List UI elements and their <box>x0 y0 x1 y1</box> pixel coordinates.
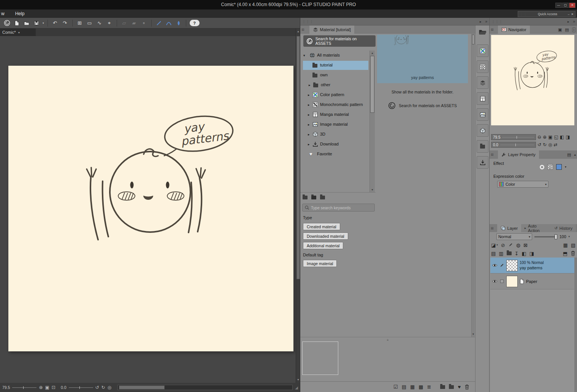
expand-arrow-icon[interactable]: ▸ <box>308 113 310 117</box>
collapse-arrow-icon[interactable]: ▾ <box>303 54 305 57</box>
dropdown-arrow-icon[interactable]: ▾ <box>496 243 498 247</box>
blending-settings-icon[interactable]: ◪ <box>491 243 496 248</box>
draft-layer-icon[interactable] <box>508 242 513 248</box>
document-tab-close-icon[interactable]: ● <box>18 31 20 34</box>
filter-image-material-button[interactable]: Image material <box>303 260 337 267</box>
filter-created-material-button[interactable]: Created material <box>303 223 340 230</box>
redo-button[interactable]: ↷ <box>61 19 69 27</box>
open-material-folder-button[interactable] <box>478 28 487 37</box>
collapse-dock-icon[interactable]: ▸ <box>567 20 569 24</box>
expand-dock-icon[interactable]: » <box>485 19 487 24</box>
menu-window-partial[interactable]: w <box>1 11 5 16</box>
new-vector-layer-button[interactable]: ▥ <box>499 251 503 256</box>
panel-grip-icon[interactable]: ⊞ <box>491 28 494 32</box>
expand-arrow-icon[interactable]: ▸ <box>308 123 310 126</box>
list-view-icon[interactable]: ▤ <box>402 384 406 389</box>
layer-visibility-eye-icon[interactable] <box>492 263 498 267</box>
fit-to-area-icon[interactable]: ◱ <box>554 135 558 139</box>
blend-mode-dropdown[interactable]: Normal ▾ <box>496 233 532 240</box>
lock-transparent-pixels-icon[interactable]: ⊠ <box>523 243 528 248</box>
scrollbar-thumb[interactable] <box>370 56 374 113</box>
tab-material-tutorial[interactable]: Material [tutorial] <box>309 25 354 34</box>
scrollbar-thumb[interactable] <box>296 36 300 279</box>
tree-item-all-materials[interactable]: ▾ All materials <box>301 51 369 60</box>
panel-grip-icon[interactable]: ⊞ <box>301 28 305 32</box>
document-tab[interactable]: Comic* ● <box>0 28 36 36</box>
save-dropdown-arrow-icon[interactable]: ▾ <box>43 22 44 25</box>
expand-arrow-icon[interactable]: ▸ <box>308 93 310 97</box>
add-folder-button[interactable] <box>311 196 316 199</box>
search-assets-button[interactable]: Search for materials on ASSETS <box>303 35 376 47</box>
download-shortcut-button[interactable] <box>477 156 488 169</box>
pen-tool-icon[interactable] <box>175 19 182 27</box>
canvas-horizontal-scrollbar[interactable] <box>117 385 293 390</box>
expand-arrow-icon[interactable]: ▸ <box>308 142 310 146</box>
straight-line-tool-icon[interactable] <box>155 19 163 27</box>
collapse-panel-icon[interactable]: ▴ <box>574 153 576 156</box>
detail-view-icon[interactable]: ≣ <box>427 384 431 389</box>
layer-name[interactable]: yay patterns <box>520 266 544 270</box>
quick-access-minimize-button[interactable]: – <box>568 13 569 16</box>
zoom-strip[interactable]: 79.5 <box>491 134 536 140</box>
tab-history[interactable]: ↺ History <box>551 224 576 232</box>
tree-item-3d[interactable]: ▸ 3D <box>301 130 369 139</box>
delete-material-icon[interactable] <box>464 384 469 390</box>
zoom-in-icon[interactable]: ⊕ <box>543 135 547 139</box>
zoom-in-icon[interactable]: ⊕ <box>39 385 43 390</box>
preview-scrollbar[interactable]: ▼ <box>471 34 475 337</box>
filter-additional-material-button[interactable]: Additional material <box>303 242 343 249</box>
scroll-up-arrow-icon[interactable]: ▲ <box>370 51 375 55</box>
reset-rotation-icon[interactable]: ◎ <box>108 385 111 390</box>
opacity-slider[interactable] <box>534 236 557 237</box>
layer-thumbnail[interactable] <box>506 260 518 271</box>
rotate-right-icon[interactable]: ↻ <box>101 385 105 390</box>
splitter-grip-icon[interactable]: ≡ <box>387 338 389 342</box>
save-button[interactable] <box>33 19 40 27</box>
downloaded-material-shortcut-button[interactable] <box>477 140 488 153</box>
panel-menu-icon[interactable]: ▤ <box>565 27 569 32</box>
search-input[interactable] <box>311 205 373 210</box>
edit-target-checkbox[interactable] <box>500 280 504 283</box>
tab-auto-action[interactable]: ▸ Auto Action <box>521 224 551 232</box>
layer-visibility-eye-icon[interactable] <box>492 279 498 283</box>
effect-dropdown-arrow-icon[interactable]: ▾ <box>565 165 566 169</box>
help-button[interactable]: ? <box>190 20 200 26</box>
magic-wand-button[interactable]: ⌖ <box>106 19 113 27</box>
opacity-stepper-icon[interactable]: ▾ <box>569 235 570 238</box>
exclude-reference-icon[interactable]: ⊘ <box>501 243 505 248</box>
dock-grip-icon[interactable]: ⋮⋮⋮ <box>491 20 503 24</box>
tree-item-color-pattern[interactable]: ▸ Color pattern <box>301 90 369 100</box>
lock-layer-icon[interactable]: ◍ <box>516 243 520 248</box>
panel-grip-icon[interactable]: ⊞ <box>491 226 494 230</box>
move-to-folder-button[interactable] <box>440 385 445 389</box>
dock-grip-icon[interactable]: ⋮⋮⋮ <box>302 20 314 24</box>
reset-view-icon[interactable]: ⇄ <box>554 142 558 147</box>
filter-downloaded-material-button[interactable]: Downloaded material <box>303 232 348 240</box>
actual-size-icon[interactable]: ⊡ <box>52 385 55 390</box>
zoom-out-icon[interactable]: ⊖ <box>537 135 541 139</box>
clip-studio-logo-icon[interactable] <box>3 19 11 27</box>
add-material-folder-button[interactable] <box>449 385 454 389</box>
border-effect-icon[interactable] <box>540 165 544 169</box>
image-material-shortcut-button[interactable] <box>477 108 488 121</box>
3d-material-shortcut-button[interactable] <box>477 124 488 137</box>
layer-name[interactable]: Paper <box>526 279 537 284</box>
navigator-rotation-slider[interactable] <box>500 145 534 145</box>
minimize-button[interactable]: — <box>555 3 562 8</box>
panel-splitter[interactable]: ≡ <box>300 337 475 340</box>
material-tile-yay-patterns[interactable]: yay patterns <box>377 35 468 83</box>
scrollbar-thumb[interactable] <box>472 35 474 44</box>
new-raster-layer-button[interactable]: ▤ <box>491 251 496 256</box>
layer-list-scrollbar[interactable] <box>574 258 577 392</box>
tree-item-download[interactable]: ▸ Download <box>301 139 369 149</box>
layer-color-effect-icon[interactable] <box>556 164 562 170</box>
transform-button[interactable]: ⊞ <box>76 19 84 27</box>
menu-help[interactable]: Help <box>15 11 25 16</box>
grid-view-icon[interactable]: ▦ <box>410 384 415 389</box>
rotate-right-icon[interactable]: ↻ <box>543 142 547 147</box>
flip-horizontal-icon[interactable]: ◧ <box>560 135 564 139</box>
expand-arrow-icon[interactable]: ▸ <box>309 83 311 87</box>
expand-arrow-icon[interactable]: ▸ <box>308 103 310 107</box>
selection-marquee-button[interactable]: ▫ <box>140 19 148 27</box>
deselect-button[interactable]: ▱ <box>120 19 128 27</box>
